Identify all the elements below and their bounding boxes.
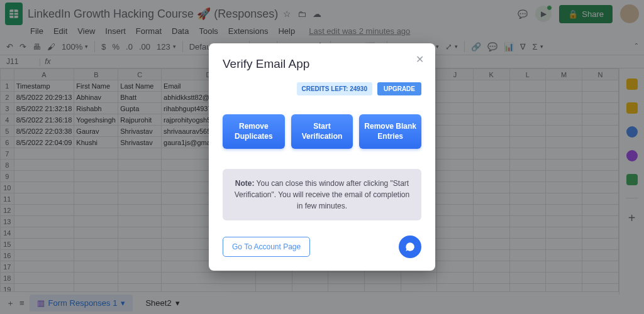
note-text: You can close this window after clicking… [235,179,409,210]
note-box: Note: You can close this window after cl… [223,169,421,220]
remove-blank-entries-button[interactable]: Remove Blank Entries [359,114,421,149]
go-to-account-button[interactable]: Go To Account Page [223,237,310,257]
verify-email-modal: Verify Email App ✕ CREDITS LEFT: 24930 U… [209,43,435,271]
remove-duplicates-button[interactable]: Remove Duplicates [223,114,285,149]
upgrade-button[interactable]: UPGRADE [377,82,421,95]
start-verification-button[interactable]: Start Verification [291,114,353,149]
modal-overlay: Verify Email App ✕ CREDITS LEFT: 24930 U… [0,0,644,314]
modal-title: Verify Email App [223,57,421,71]
note-label: Note: [235,179,255,188]
credits-badge: CREDITS LEFT: 24930 [297,82,372,95]
chat-fab-icon[interactable] [399,236,421,258]
close-icon[interactable]: ✕ [416,53,424,65]
